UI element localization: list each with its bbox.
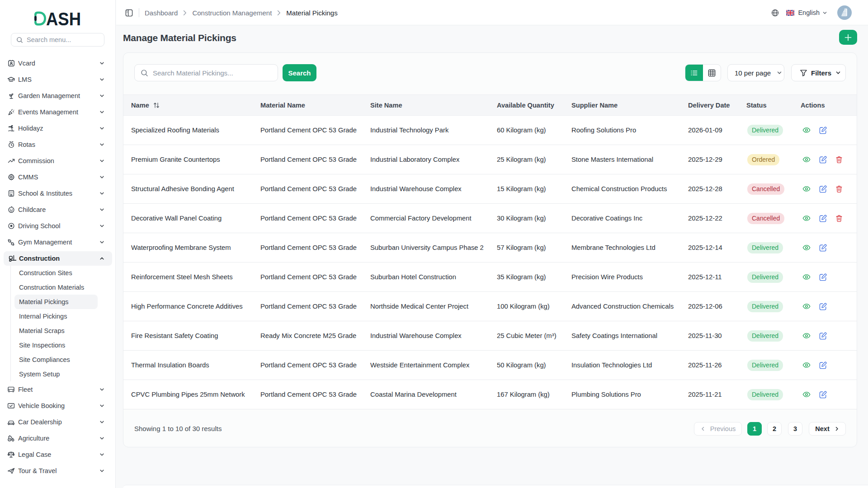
svg-text:ASH: ASH: [46, 11, 81, 26]
